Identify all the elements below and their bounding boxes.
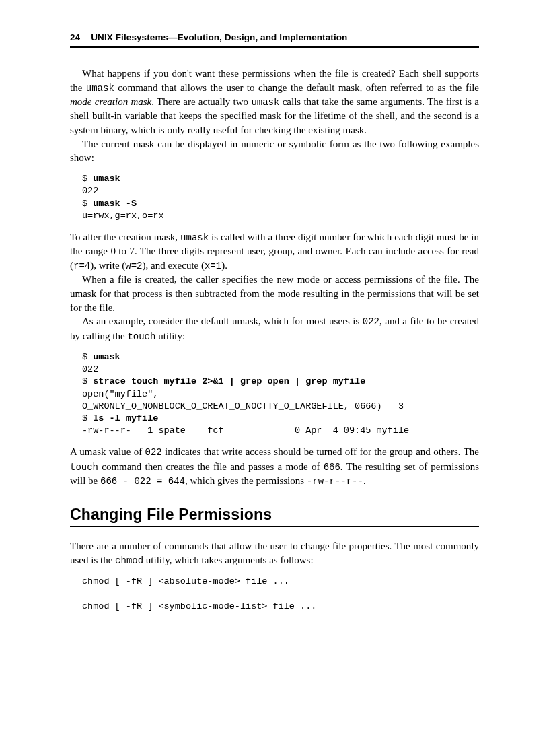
prompt: $	[82, 174, 93, 184]
inline-code: umask	[180, 232, 209, 243]
output: u=rwx,g=rx,o=rx	[82, 211, 164, 221]
output: 022	[82, 364, 98, 374]
inline-code: touch	[127, 331, 155, 342]
code-block-2: $ umask 022 $ strace touch myfile 2>&1 |…	[82, 351, 479, 438]
paragraph-6: A umask value of 022 indicates that writ…	[70, 445, 479, 488]
prompt: $	[82, 199, 93, 209]
text: To alter the creation mask,	[70, 232, 180, 242]
section-heading: Changing File Permissions	[70, 506, 479, 524]
emphasis: mode creation mask	[70, 96, 151, 107]
page-number: 24	[70, 32, 80, 42]
book-title: UNIX Filesystems—Evolution, Design, and …	[91, 32, 347, 42]
section-rule	[70, 526, 479, 527]
cmd: strace touch myfile 2>&1 | grep open | g…	[93, 376, 365, 386]
inline-code: -rw-r--r--	[307, 476, 363, 487]
page: 24UNIX Filesystems—Evolution, Design, an…	[0, 0, 549, 661]
text: utility:	[155, 331, 185, 341]
inline-code: 022	[145, 447, 162, 458]
cmd: umask	[93, 352, 120, 362]
inline-code: 022	[363, 316, 379, 327]
text: command then creates the file and passes…	[98, 461, 324, 472]
text: As an example, consider the default umas…	[82, 316, 363, 327]
header-rule	[70, 46, 479, 48]
prompt: $	[82, 352, 93, 362]
inline-code: r=4	[73, 261, 90, 271]
text: A umask value of	[70, 446, 145, 457]
text: The current mask can be displayed in num…	[70, 139, 479, 164]
prompt: $	[82, 413, 93, 423]
paragraph-1: What happens if you don't want these per…	[70, 67, 479, 137]
syntax: chmod [ -fR ] <symbolic-mode-list> file …	[82, 601, 316, 611]
inline-code: w=2	[125, 261, 142, 271]
code-block-3: chmod [ -fR ] <absolute-mode> file ... c…	[82, 576, 479, 613]
inline-code: x=1	[205, 261, 221, 271]
cmd: ls -l myfile	[93, 413, 158, 423]
paragraph-7: There are a number of commands that allo…	[70, 539, 479, 568]
paragraph-3: To alter the creation mask, umask is cal…	[70, 230, 479, 273]
text: .	[363, 475, 366, 486]
inline-code: umask	[251, 97, 279, 108]
inline-code: chmod	[115, 555, 143, 566]
output: 022	[82, 186, 98, 196]
text: ), and execute (	[143, 260, 205, 271]
text: . There are actually two	[151, 96, 251, 107]
output: open("myfile",	[82, 389, 158, 399]
text: When a file is created, the caller speci…	[70, 274, 479, 312]
paragraph-4: When a file is created, the caller speci…	[70, 273, 479, 314]
paragraph-2: The current mask can be displayed in num…	[70, 137, 479, 165]
inline-code: 666 - 022 = 644	[100, 476, 185, 487]
text: , which gives the permissions	[185, 475, 307, 486]
text: command that allows the user to change t…	[114, 82, 479, 93]
text: utility, which takes arguments as follow…	[143, 555, 313, 565]
inline-code: touch	[70, 462, 98, 473]
cmd: umask	[93, 174, 120, 184]
inline-code: 666	[324, 462, 340, 473]
text: indicates that write access should be tu…	[162, 446, 479, 457]
running-head: 24UNIX Filesystems—Evolution, Design, an…	[70, 32, 479, 42]
text: ).	[221, 260, 227, 271]
text: ), write (	[90, 260, 125, 271]
inline-code: umask	[86, 83, 114, 94]
paragraph-5: As an example, consider the default umas…	[70, 314, 479, 343]
prompt: $	[82, 376, 93, 386]
output: O_WRONLY_O_NONBLOCK_O_CREAT_O_NOCTTY_O_L…	[82, 401, 404, 411]
code-block-1: $ umask 022 $ umask -S u=rwx,g=rx,o=rx	[82, 173, 479, 222]
cmd: umask -S	[93, 199, 137, 209]
output: -rw-r--r- 1 spate fcf 0 Apr 4 09:45 myfi…	[82, 425, 409, 436]
syntax: chmod [ -fR ] <absolute-mode> file ...	[82, 576, 289, 586]
